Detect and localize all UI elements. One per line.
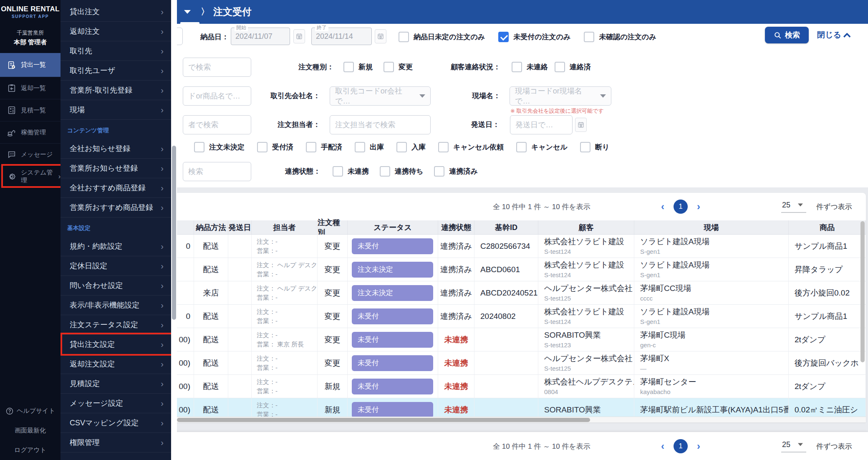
- table-row[interactable]: 00) 配送 注文：- 営業：- 変更 未受付: [171, 351, 866, 375]
- filter-checkbox[interactable]: キャンセル: [516, 142, 568, 152]
- filter-checkbox[interactable]: 注文未決定: [194, 142, 245, 152]
- site-name-select[interactable]: 現場コードor現場名で…: [510, 86, 611, 106]
- checkbox-box[interactable]: [399, 32, 409, 42]
- delivery-start-date-field[interactable]: 開始2024/11/07: [231, 28, 290, 45]
- submenu-item[interactable]: メッセージ設定 ›: [61, 394, 171, 413]
- filter-checkbox[interactable]: 納品日未定の注文のみ: [399, 32, 485, 42]
- filter-checkbox[interactable]: 未連携: [333, 166, 369, 177]
- sidebar-item[interactable]: 返却一覧: [0, 77, 61, 99]
- table-row[interactable]: 0 配送 注文：- 営業：- 変更 未受付: [171, 305, 866, 328]
- checkbox-box[interactable]: [306, 142, 316, 152]
- submenu-item[interactable]: 貸出注文設定 ›: [61, 335, 171, 354]
- submenu-item[interactable]: 取引先 ›: [61, 41, 171, 61]
- checkbox-box[interactable]: [512, 62, 522, 72]
- vertical-scrollbar[interactable]: [860, 221, 865, 416]
- next-page-icon[interactable]: ›: [697, 202, 700, 212]
- submenu-scrollbar[interactable]: [171, 0, 177, 460]
- checkbox-box[interactable]: [257, 142, 267, 152]
- prev-page-icon[interactable]: ‹: [661, 202, 664, 212]
- submenu-item[interactable]: 注文ステータス設定 ›: [61, 315, 171, 335]
- checkbox-box[interactable]: [355, 142, 365, 152]
- sidebar-item[interactable]: 見積一覧: [0, 99, 61, 121]
- filter-checkbox[interactable]: 連携済み: [434, 166, 477, 177]
- submenu-item[interactable]: 権限管理 ›: [61, 433, 171, 452]
- close-filters-link[interactable]: 閉じる: [817, 27, 851, 43]
- sidebar-footer-item[interactable]: ヘルプサイト: [0, 401, 61, 421]
- per-page-select[interactable]: 25: [781, 201, 806, 213]
- submenu-item[interactable]: 営業所-取引先登録 ›: [61, 81, 171, 100]
- checkbox-box[interactable]: [384, 62, 394, 72]
- horizontal-scrollbar-thumb[interactable]: [177, 418, 590, 422]
- sidebar-footer-item[interactable]: ログアウト: [0, 440, 61, 460]
- next-page-icon[interactable]: ›: [697, 441, 700, 451]
- submenu-item[interactable]: 見積設定 ›: [61, 374, 171, 394]
- submenu-item[interactable]: 規約・約款設定 ›: [61, 237, 171, 256]
- checkbox-box[interactable]: [396, 142, 407, 152]
- submenu-item[interactable]: 全社お知らせ登録 ›: [61, 139, 171, 159]
- filter-checkbox[interactable]: 未連絡: [512, 62, 548, 72]
- filter-checkbox[interactable]: 出庫: [355, 142, 384, 152]
- table-row[interactable]: 配送 注文： ヘルプ デスク 営業：- 変更 注文未決定 連携済: [171, 258, 866, 281]
- submenu-item[interactable]: 返却注文設定 ›: [61, 354, 171, 374]
- filter-checkbox[interactable]: 連絡済: [555, 62, 591, 72]
- end-calendar-icon[interactable]: [375, 29, 386, 43]
- table-row[interactable]: 0 配送 注文：- 営業：- 変更 未受付: [171, 235, 866, 258]
- submenu-item[interactable]: 取引先ユーザ ›: [61, 61, 171, 81]
- table-row[interactable]: 00) 配送 注文：- 営業：- 新規 未受付: [171, 375, 866, 398]
- checkbox-box[interactable]: [580, 142, 590, 152]
- start-calendar-icon[interactable]: [293, 29, 305, 43]
- delivery-end-date-field[interactable]: 終了2024/11/14: [311, 28, 372, 45]
- filter-checkbox[interactable]: 入庫: [396, 142, 426, 152]
- ship-calendar-icon[interactable]: [575, 118, 587, 132]
- checkbox-box[interactable]: [555, 62, 565, 72]
- filter-checkbox[interactable]: 未確認の注文のみ: [584, 32, 656, 42]
- filter-checkbox[interactable]: 手配済: [306, 142, 342, 152]
- sidebar-item[interactable]: メッセージ: [0, 143, 61, 165]
- search-button[interactable]: 検索: [765, 27, 809, 43]
- sidebar-footer-item[interactable]: 画面最新化: [0, 421, 61, 440]
- submenu-item[interactable]: 表示/非表示機能設定 ›: [61, 296, 171, 315]
- checkbox-box[interactable]: [343, 62, 354, 72]
- checkbox-box[interactable]: [434, 166, 444, 177]
- submenu-item[interactable]: 定休日設定 ›: [61, 256, 171, 276]
- order-staff-input[interactable]: [330, 115, 431, 134]
- submenu-item[interactable]: コンテンツ管理 ›: [61, 122, 171, 139]
- filter-checkbox[interactable]: キャンセル依頼: [438, 142, 504, 152]
- ship-date-input[interactable]: [510, 115, 573, 134]
- checkbox-box[interactable]: [438, 142, 449, 152]
- submenu-item[interactable]: CSVマッピング設定 ›: [61, 413, 171, 433]
- filter-checkbox[interactable]: 連携待ち: [380, 166, 423, 177]
- prev-page-icon[interactable]: ‹: [661, 441, 664, 451]
- horizontal-scrollbar[interactable]: [171, 417, 866, 422]
- filter-checkbox[interactable]: 変更: [384, 62, 413, 72]
- checkbox-box[interactable]: [516, 142, 527, 152]
- submenu-item[interactable]: 貸出注文 ›: [61, 2, 171, 22]
- sidebar-item[interactable]: 貸出一覧: [0, 53, 61, 77]
- checkbox-box[interactable]: [584, 32, 594, 42]
- vertical-scrollbar-thumb[interactable]: [860, 221, 865, 362]
- left-search-input-6[interactable]: [183, 162, 251, 181]
- sidebar-item[interactable]: システム管理 ›: [0, 165, 61, 187]
- submenu-item[interactable]: 基本設定 ›: [61, 220, 171, 237]
- submenu-item[interactable]: 問い合わせ設定 ›: [61, 276, 171, 296]
- left-search-input-2[interactable]: [183, 58, 251, 77]
- submenu-item[interactable]: 全社おすすめ商品登録 ›: [61, 178, 171, 198]
- submenu-item[interactable]: 返却注文 ›: [61, 22, 171, 41]
- sidebar-item[interactable]: 稼働管理: [0, 121, 61, 143]
- filter-checkbox[interactable]: 新規: [343, 62, 373, 72]
- table-row[interactable]: 00) 配送 注文：- 営業：- 新規 未受付: [171, 398, 866, 417]
- tab-dropdown-caret-icon[interactable]: [184, 10, 191, 14]
- per-page-select[interactable]: 25: [781, 440, 806, 452]
- current-page-button[interactable]: 1: [674, 200, 688, 214]
- table-row[interactable]: 来店 注文： ヘルプ デスク 営業：- 変更 注文未決定 連携済: [171, 281, 866, 305]
- submenu-item[interactable]: 現場 ›: [61, 100, 171, 120]
- submenu-scrollbar-thumb[interactable]: [172, 146, 176, 320]
- filter-checkbox[interactable]: 断り: [580, 142, 609, 152]
- client-company-select[interactable]: 取引先コードor会社で…: [330, 86, 431, 106]
- table-row[interactable]: 00) 配送 注文：- 営業： 東京 所長 変更 未受付: [171, 328, 866, 351]
- current-page-button[interactable]: 1: [674, 439, 688, 453]
- submenu-item[interactable]: 営業所お知らせ登録 ›: [61, 159, 171, 178]
- checkbox-box[interactable]: [333, 166, 343, 177]
- filter-checkbox[interactable]: 受付済: [257, 142, 293, 152]
- filter-checkbox[interactable]: 未受付の注文のみ: [498, 32, 570, 42]
